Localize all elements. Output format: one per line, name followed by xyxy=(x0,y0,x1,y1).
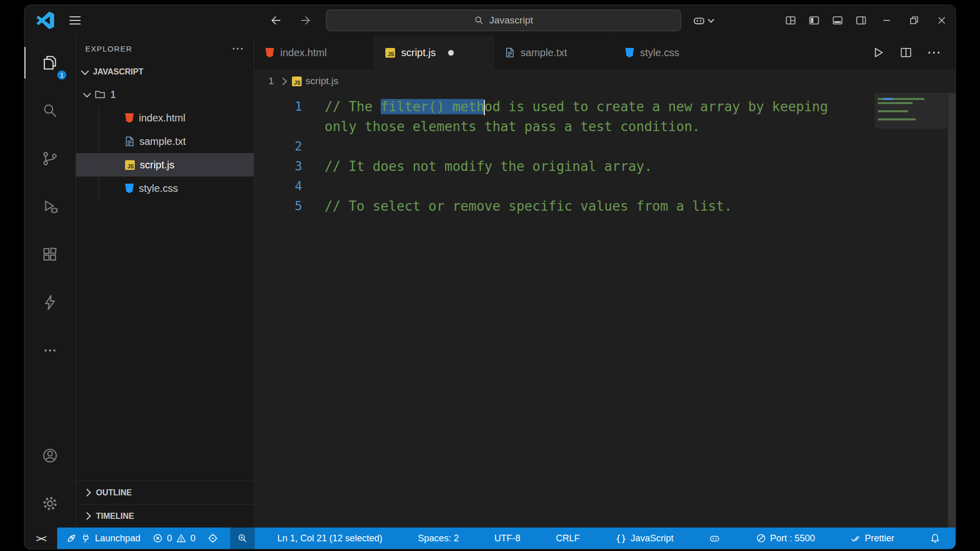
css-file-icon xyxy=(625,48,634,58)
notifications-item[interactable] xyxy=(930,533,940,543)
indentation-item[interactable]: Spaces: 2 xyxy=(418,533,459,544)
code-area[interactable]: 1// The filter() method is used to creat… xyxy=(254,93,955,216)
plug-icon xyxy=(81,533,91,543)
minimize-button[interactable] xyxy=(873,5,900,36)
folder-row-1[interactable]: 1 xyxy=(76,83,254,106)
minimap-line xyxy=(878,102,944,104)
check-all-icon xyxy=(850,533,861,543)
formatter-label: Prettier xyxy=(865,533,894,544)
toggle-panel-button[interactable] xyxy=(826,9,849,32)
code-line: 2 xyxy=(254,137,955,157)
breadcrumb-item[interactable]: 1 xyxy=(268,76,274,87)
settings-button[interactable] xyxy=(24,480,76,528)
search-view-icon xyxy=(41,102,59,119)
command-center-label: Javascript xyxy=(489,15,533,26)
explorer-more-actions-icon[interactable]: ⋯ xyxy=(232,46,244,51)
problems-item[interactable]: 0 0 xyxy=(153,533,195,544)
back-button[interactable] xyxy=(267,11,285,30)
line-number: 2 xyxy=(254,137,325,157)
encoding-item[interactable]: UTF-8 xyxy=(495,533,521,544)
cursor-position-item[interactable]: Ln 1, Col 21 (12 selected) xyxy=(277,533,382,544)
warning-icon xyxy=(176,533,186,543)
zoom-indicator[interactable] xyxy=(230,528,255,549)
explorer-icon xyxy=(41,54,59,71)
language-mode-item[interactable]: {} JavaScript xyxy=(616,533,674,544)
title-bar-left xyxy=(24,12,81,29)
customize-layout-button[interactable] xyxy=(779,9,802,32)
modified-dot xyxy=(448,50,454,56)
file-row-sample.txt[interactable]: sample.txt xyxy=(76,130,254,153)
outline-panel[interactable]: OUTLINE xyxy=(76,481,254,504)
file-name: script.js xyxy=(140,159,175,171)
tab-index.html[interactable]: index.html xyxy=(254,36,374,69)
extensions-icon xyxy=(41,246,59,263)
copilot-status-item[interactable] xyxy=(709,533,720,544)
editor-body[interactable]: 1// The filter() method is used to creat… xyxy=(254,93,955,528)
customize-layout-icon xyxy=(785,14,797,27)
sidebar-item-source-control[interactable] xyxy=(24,135,76,183)
title-bar-center: Javascript xyxy=(267,10,714,31)
minimap-mark xyxy=(883,98,893,100)
tab-sample.txt[interactable]: sample.txt xyxy=(494,36,614,69)
sidebar-item-run-debug[interactable] xyxy=(24,183,76,231)
run-file-button[interactable] xyxy=(872,46,885,59)
css-file-icon xyxy=(125,184,134,193)
maximize-button[interactable] xyxy=(900,5,928,36)
tab-script.js[interactable]: JSscript.js xyxy=(374,36,494,69)
copilot-menu-button[interactable] xyxy=(693,14,714,27)
toggle-secondary-sidebar-button[interactable] xyxy=(849,9,873,32)
remote-indicator[interactable]: >< xyxy=(24,528,57,549)
editor-actions: ⋯ xyxy=(872,36,955,69)
minimap[interactable] xyxy=(878,98,944,122)
code-segment: // The xyxy=(325,99,381,114)
chevron-right-icon xyxy=(83,512,91,520)
split-editor-button[interactable] xyxy=(899,46,913,59)
tab-style.css[interactable]: style.css xyxy=(614,36,734,69)
code-text: only those elements that pass a test con… xyxy=(325,117,700,137)
remote-icon: >< xyxy=(36,533,46,544)
formatter-item[interactable]: Prettier xyxy=(850,533,894,544)
launchpad-label: Launchpad xyxy=(95,533,140,544)
sidebar-item-search[interactable] xyxy=(24,87,76,135)
port-item[interactable]: Port : 5500 xyxy=(756,533,815,544)
warning-count: 0 xyxy=(190,533,195,544)
menu-icon[interactable] xyxy=(69,16,81,24)
workspace-name: JAVASCRIPT xyxy=(93,67,143,77)
line-number: 3 xyxy=(254,157,325,177)
tab-label: sample.txt xyxy=(521,47,567,59)
focus-target-icon xyxy=(208,533,218,543)
code-text: // To select or remove specific values f… xyxy=(325,196,732,216)
command-center-search[interactable]: Javascript xyxy=(326,10,681,31)
file-row-script.js[interactable]: JSscript.js xyxy=(76,153,254,177)
status-bar-left: Launchpad 0 0 xyxy=(57,528,264,549)
vertical-scrollbar[interactable] xyxy=(948,93,955,528)
sidebar-item-more-views[interactable] xyxy=(24,327,76,374)
code-line: only those elements that pass a test con… xyxy=(254,117,955,137)
cursor-position-label: Ln 1, Col 21 (12 selected) xyxy=(277,533,382,544)
line-number: 1 xyxy=(254,97,325,117)
close-button[interactable] xyxy=(928,5,955,36)
tabs: index.htmlJSscript.jssample.txtstyle.css xyxy=(254,36,734,69)
file-row-index.html[interactable]: index.html xyxy=(76,106,254,130)
forward-button[interactable] xyxy=(297,11,315,30)
code-text: // The filter() method is used to create… xyxy=(325,97,828,117)
account-button[interactable] xyxy=(24,432,76,480)
file-row-style.css[interactable]: style.css xyxy=(76,177,254,200)
launchpad-item[interactable]: Launchpad xyxy=(66,533,140,544)
code-segment: only those elements that pass a test con… xyxy=(325,119,700,134)
editor-area: index.htmlJSscript.jssample.txtstyle.css… xyxy=(254,36,955,528)
sidebar-item-explorer[interactable]: 1 xyxy=(24,39,76,87)
tab-label: index.html xyxy=(280,47,327,59)
breadcrumb-item[interactable]: JSscript.js xyxy=(292,76,338,87)
workspace-section[interactable]: JAVASCRIPT xyxy=(76,61,254,83)
timeline-panel[interactable]: TIMELINE xyxy=(76,504,254,528)
focus-target-item[interactable] xyxy=(208,533,218,543)
file-name: style.css xyxy=(139,183,178,194)
sidebar-item-extensions[interactable] xyxy=(24,231,76,279)
eol-item[interactable]: CRLF xyxy=(556,533,580,544)
account-icon xyxy=(41,447,59,464)
sidebar-item-thunder-client[interactable] xyxy=(24,279,76,327)
txt-file-icon xyxy=(125,136,134,146)
editor-more-actions-icon[interactable]: ⋯ xyxy=(927,50,941,55)
toggle-primary-sidebar-button[interactable] xyxy=(802,9,826,32)
